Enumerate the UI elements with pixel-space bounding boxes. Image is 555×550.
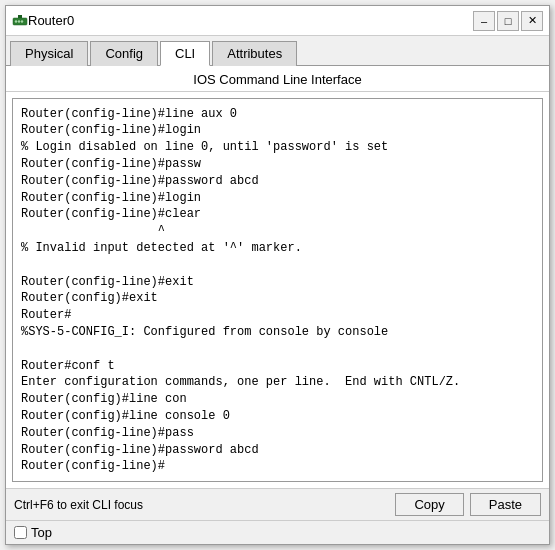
cli-section-title: IOS Command Line Interface — [6, 66, 549, 92]
minimize-button[interactable]: – — [473, 11, 495, 31]
window-title: Router0 — [28, 13, 473, 28]
bottom-action-bar: Ctrl+F6 to exit CLI focus Copy Paste — [6, 488, 549, 520]
window-controls: – □ ✕ — [473, 11, 543, 31]
copy-button[interactable]: Copy — [395, 493, 463, 516]
close-button[interactable]: ✕ — [521, 11, 543, 31]
tab-attributes[interactable]: Attributes — [212, 41, 297, 66]
top-checkbox-label[interactable]: Top — [14, 525, 52, 540]
paste-button[interactable]: Paste — [470, 493, 541, 516]
tab-cli[interactable]: CLI — [160, 41, 210, 66]
footer-bar: Top — [6, 520, 549, 544]
maximize-button[interactable]: □ — [497, 11, 519, 31]
terminal-textarea[interactable] — [13, 99, 542, 481]
tab-config[interactable]: Config — [90, 41, 158, 66]
svg-point-2 — [18, 20, 20, 22]
router-icon — [12, 13, 28, 29]
top-label: Top — [31, 525, 52, 540]
tab-bar: Physical Config CLI Attributes — [6, 36, 549, 66]
router-window: Router0 – □ ✕ Physical Config CLI Attrib… — [5, 5, 550, 545]
content-area: IOS Command Line Interface Ctrl+F6 to ex… — [6, 66, 549, 520]
svg-point-3 — [21, 20, 23, 22]
svg-rect-4 — [18, 15, 22, 18]
svg-point-1 — [15, 20, 17, 22]
cli-status-text: Ctrl+F6 to exit CLI focus — [14, 498, 389, 512]
tab-physical[interactable]: Physical — [10, 41, 88, 66]
terminal-wrapper — [12, 98, 543, 482]
top-checkbox[interactable] — [14, 526, 27, 539]
title-bar: Router0 – □ ✕ — [6, 6, 549, 36]
